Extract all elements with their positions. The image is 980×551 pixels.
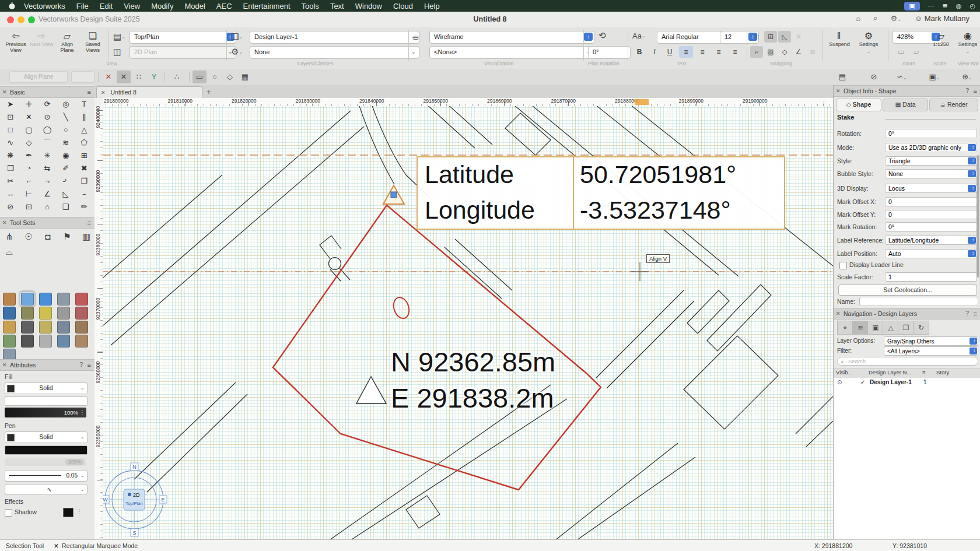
- horizontal-ruler[interactable]: 2918000002918100002918200002918300002918…: [103, 98, 833, 107]
- menu-item[interactable]: Window: [355, 2, 382, 10]
- basic-tool-button[interactable]: ↔: [1, 188, 20, 201]
- justify-button[interactable]: ≡: [728, 46, 742, 58]
- basic-tool-button[interactable]: ✒: [20, 149, 38, 162]
- active-class-select[interactable]: None: [250, 46, 419, 59]
- nav-tab-classes[interactable]: ⌖: [837, 321, 853, 335]
- layer-display-icon[interactable]: ▤: [835, 71, 849, 83]
- vertical-ruler[interactable]: 9240000092390000923800009237000092360000…: [94, 106, 103, 539]
- basic-tool-button[interactable]: ◎: [57, 98, 75, 111]
- pen-style-select[interactable]: Solid: [5, 431, 88, 443]
- name-field[interactable]: [859, 297, 978, 306]
- snap-object-icon[interactable]: ⊞: [764, 31, 777, 43]
- snap-intersection-icon[interactable]: ✕: [792, 31, 805, 43]
- lasso-options-icon[interactable]: ∽⌄: [895, 71, 909, 83]
- basic-tool-button[interactable]: ⊞: [75, 149, 93, 162]
- toolset-dock-icon[interactable]: [75, 321, 88, 334]
- toolset-dock-icon[interactable]: [57, 321, 70, 334]
- modebar-align-plane-button[interactable]: Align Plane: [9, 71, 68, 83]
- display-3d-select[interactable]: Locus: [885, 184, 977, 193]
- column-name[interactable]: Design Layer N...: [869, 369, 911, 375]
- view-stack-icon[interactable]: ▤⌄: [113, 31, 125, 42]
- modebar-extra-button[interactable]: [71, 71, 94, 83]
- mode-group-select-icon[interactable]: ∴: [168, 71, 186, 83]
- nav-tab-viewports[interactable]: △: [883, 321, 899, 335]
- apple-logo-icon[interactable]: [8, 2, 16, 10]
- attributes-palette-header[interactable]: ✕ Attributes ? ≡: [0, 359, 94, 371]
- basic-tool-button[interactable]: ⬠: [75, 136, 93, 149]
- new-tab-button[interactable]: +: [206, 87, 211, 96]
- menu-item[interactable]: Vectorworks: [24, 2, 65, 10]
- next-view-button[interactable]: ⇨ Next View: [29, 31, 54, 47]
- align-left-button[interactable]: ≡: [679, 46, 693, 58]
- mode-building-select-icon[interactable]: ▦: [238, 71, 252, 83]
- render-mode-select[interactable]: Wireframe: [429, 31, 594, 44]
- mark-offset-y-field[interactable]: 0: [885, 210, 977, 219]
- stacks-menu-icon[interactable]: ≣: [943, 2, 948, 10]
- toolset-tool-button[interactable]: ◘: [41, 230, 55, 244]
- basic-tool-button[interactable]: △: [75, 124, 93, 136]
- basic-tool-button[interactable]: ◺: [57, 188, 75, 201]
- toolset-dock-icon[interactable]: [3, 321, 16, 334]
- basic-tool-button[interactable]: ⌢: [75, 188, 93, 201]
- render-style-select[interactable]: <None>: [429, 46, 594, 59]
- line-type-button[interactable]: ∿: [5, 484, 88, 494]
- toolset-tool-button[interactable]: ☉: [22, 230, 36, 244]
- basic-tool-button[interactable]: □: [1, 124, 20, 136]
- basic-tool-button[interactable]: T: [75, 98, 93, 111]
- fill-style-select[interactable]: Solid: [5, 382, 88, 394]
- mode-polygon-marquee-icon[interactable]: ◇: [223, 71, 237, 83]
- toolset-dock-icon[interactable]: [21, 307, 34, 320]
- user-account[interactable]: ☺ Mark Mullany: [915, 14, 970, 23]
- close-icon[interactable]: ✕: [2, 360, 7, 370]
- saved-views-button[interactable]: ❏ Saved Views: [80, 31, 105, 53]
- basic-tool-button[interactable]: ✏: [75, 201, 93, 213]
- basic-tool-button[interactable]: ∠: [38, 188, 57, 201]
- basic-tool-button[interactable]: ✖: [75, 162, 93, 175]
- palette-menu-icon[interactable]: ≡: [88, 217, 91, 228]
- home-icon[interactable]: ⌂: [856, 14, 860, 23]
- basic-tool-button[interactable]: ❑: [57, 201, 75, 213]
- menu-item[interactable]: Entertainment: [243, 2, 290, 10]
- basic-tool-button[interactable]: ⊡: [1, 111, 20, 124]
- plan-cube-icon[interactable]: ◫: [113, 47, 121, 57]
- lock-icon[interactable]: ▣⌄: [928, 71, 942, 83]
- mode-select[interactable]: Use as 2D/3D graphic only: [885, 143, 977, 152]
- snap-smart-edge-icon[interactable]: ∠: [792, 46, 805, 58]
- search-icon[interactable]: ⌕: [873, 13, 877, 23]
- status-menu-icon[interactable]: ◍: [956, 2, 962, 10]
- label-reference-select[interactable]: Latitude/Longitude: [885, 236, 977, 245]
- toolset-dock-icon[interactable]: [39, 307, 52, 320]
- toolset-dock-icon[interactable]: [21, 335, 34, 348]
- italic-button[interactable]: I: [648, 46, 662, 58]
- palette-menu-icon[interactable]: ≡: [88, 87, 91, 97]
- menu-item[interactable]: Cloud: [393, 2, 413, 10]
- basic-tool-button[interactable]: ◔: [20, 162, 38, 175]
- rotation-field[interactable]: 0°: [885, 129, 977, 138]
- toolset-tool-button[interactable]: ⌓: [2, 245, 16, 259]
- align-right-button[interactable]: ≡: [712, 46, 726, 58]
- menu-item[interactable]: View: [124, 2, 140, 10]
- more-menu-icon[interactable]: ⋯: [928, 2, 935, 10]
- close-tab-icon[interactable]: ✕: [101, 90, 106, 96]
- shadow-checkbox[interactable]: [5, 509, 12, 517]
- line-weight-select[interactable]: 0.05: [5, 470, 88, 482]
- active-layer-select[interactable]: Design Layer-1: [250, 31, 419, 44]
- render-stepper[interactable]: [584, 33, 593, 41]
- close-icon[interactable]: ✕: [2, 87, 7, 97]
- basic-tool-button[interactable]: ≋: [57, 136, 75, 149]
- close-icon[interactable]: ✕: [2, 217, 7, 228]
- toolset-dock-icon[interactable]: [75, 293, 88, 306]
- pen-opacity-slider[interactable]: 100%: [5, 458, 86, 466]
- basic-tool-button[interactable]: ⊢: [20, 188, 38, 201]
- help-icon[interactable]: ?: [965, 308, 969, 319]
- basic-tool-button[interactable]: ⊘: [1, 201, 20, 213]
- close-icon[interactable]: ✕: [836, 308, 841, 319]
- align-plane-button[interactable]: ▱ Align Plane: [55, 31, 79, 53]
- nav-tab-saved-views[interactable]: ❐: [898, 321, 914, 335]
- column-visibility[interactable]: Visib...: [836, 369, 852, 375]
- layer-row[interactable]: ⊙ ✓ Design Layer-1 1: [834, 379, 980, 388]
- viewbar-settings-button[interactable]: ◉ Settings ⌄: [956, 31, 980, 54]
- basic-tool-button[interactable]: ◇: [20, 136, 38, 149]
- georeference-icon[interactable]: ⊕⌄: [960, 71, 974, 83]
- basic-tool-button[interactable]: ➤: [1, 98, 20, 111]
